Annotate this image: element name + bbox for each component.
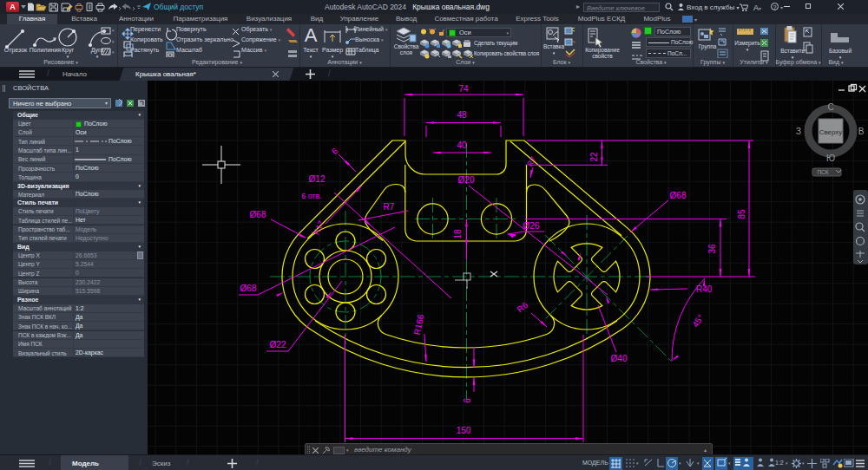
svg-text:6 отв.: 6 отв.	[301, 192, 322, 200]
svg-text:6: 6	[463, 398, 472, 403]
svg-text:Ø68: Ø68	[240, 284, 257, 293]
svg-text:40: 40	[457, 140, 467, 150]
svg-text:В: В	[858, 127, 865, 136]
svg-text:З: З	[796, 127, 801, 136]
svg-text:Ø20: Ø20	[458, 175, 475, 185]
svg-text:Ø68: Ø68	[250, 210, 266, 219]
svg-text:18: 18	[453, 229, 463, 239]
svg-text:Ø12: Ø12	[309, 174, 326, 184]
svg-text:Ю: Ю	[826, 153, 835, 163]
svg-text:150: 150	[457, 426, 471, 435]
svg-text:74: 74	[458, 84, 469, 94]
svg-text:85: 85	[737, 209, 746, 219]
svg-text:Ø68: Ø68	[670, 191, 687, 200]
svg-text:ПСК: ПСК	[817, 169, 828, 175]
svg-text:R7: R7	[384, 202, 395, 212]
svg-text:Сверху: Сверху	[819, 128, 843, 136]
svg-text:Ø40: Ø40	[611, 354, 628, 363]
svg-text:Ø22: Ø22	[270, 340, 286, 349]
svg-text:R7: R7	[525, 155, 537, 168]
svg-text:R6: R6	[515, 300, 529, 315]
svg-text:45°: 45°	[690, 313, 706, 330]
svg-text:48: 48	[457, 110, 467, 120]
svg-text:22: 22	[589, 152, 599, 162]
svg-text:36: 36	[707, 244, 717, 254]
svg-text:С: С	[827, 102, 833, 112]
svg-text:R166: R166	[412, 313, 426, 336]
svg-text:Ø26: Ø26	[523, 221, 540, 231]
